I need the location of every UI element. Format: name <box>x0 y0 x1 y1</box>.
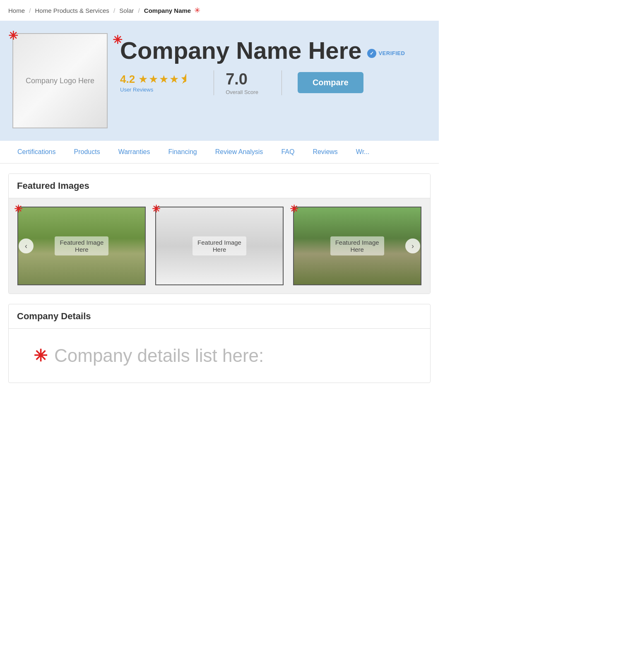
divider-2 <box>282 70 282 95</box>
divider-1 <box>214 70 214 95</box>
company-logo-placeholder: Company Logo Here <box>26 75 94 87</box>
star-2: ★ <box>149 73 158 86</box>
featured-image-3[interactable]: Featured ImageHere <box>293 207 421 285</box>
score-label: Overall Score <box>226 89 258 95</box>
breadcrumb-asterisk-icon: ✳ <box>194 6 200 14</box>
featured-image-1[interactable]: Featured ImageHere <box>17 207 146 285</box>
image-2-asterisk-icon: ✳ <box>152 203 160 215</box>
tab-financing[interactable]: Financing <box>159 141 206 163</box>
breadcrumb-home[interactable]: Home <box>8 7 25 14</box>
verified-check-icon: ✓ <box>367 49 376 58</box>
breadcrumb-sep-3: / <box>138 7 140 14</box>
featured-images-header: Featured Images <box>9 174 430 198</box>
tab-certifications[interactable]: Certifications <box>8 141 65 163</box>
featured-images-title: Featured Images <box>17 181 89 191</box>
company-details-body: ✳ Company details list here: <box>9 329 430 383</box>
image-1-asterisk-icon: ✳ <box>14 203 22 215</box>
score-section: 7.0 Overall Score <box>226 70 270 95</box>
star-half: ⯨ <box>180 73 190 86</box>
featured-images-section: Featured Images ‹ ✳ Featured ImageHere ✳… <box>8 173 431 294</box>
logo-asterisk-icon: ✳ <box>8 29 18 43</box>
tab-more[interactable]: Wr... <box>347 141 379 163</box>
stars: ★ ★ ★ ★ ⯨ <box>138 73 190 86</box>
featured-image-3-label: Featured ImageHere <box>330 236 384 255</box>
details-asterisk-icon: ✳ <box>34 347 48 364</box>
company-details-section: Company Details ✳ Company details list h… <box>8 304 431 383</box>
tab-products[interactable]: Products <box>65 141 109 163</box>
featured-image-2-label: Featured ImageHere <box>192 236 246 255</box>
carousel-next-button[interactable]: › <box>405 238 420 253</box>
breadcrumb-sep-2: / <box>113 7 115 14</box>
images-row: ✳ Featured ImageHere ✳ Featured ImageHer… <box>17 207 422 285</box>
rating-section: 4.2 ★ ★ ★ ★ ⯨ User Reviews <box>120 73 202 93</box>
logo-wrapper: ✳ Company Logo Here <box>12 33 108 128</box>
carousel-prev-button[interactable]: ‹ <box>19 238 34 253</box>
rating-label[interactable]: User Reviews <box>120 87 153 93</box>
images-area: ‹ ✳ Featured ImageHere ✳ Featured ImageH… <box>9 198 430 294</box>
tab-warranties[interactable]: Warranties <box>109 141 159 163</box>
featured-image-wrapper-1: ✳ Featured ImageHere <box>17 207 146 285</box>
featured-image-1-label: Featured ImageHere <box>55 236 108 255</box>
tab-review-analysis[interactable]: Review Analysis <box>206 141 272 163</box>
rating-row: 4.2 ★ ★ ★ ★ ⯨ User Reviews 7.0 Overall S… <box>120 70 426 95</box>
rating-top: 4.2 ★ ★ ★ ★ ⯨ <box>120 73 190 86</box>
breadcrumb-hps[interactable]: Home Products & Services <box>35 7 109 14</box>
company-details-placeholder: Company details list here: <box>54 345 264 366</box>
company-details-header: Company Details <box>9 304 430 329</box>
star-1: ★ <box>138 73 148 86</box>
breadcrumb: Home / Home Products & Services / Solar … <box>0 0 439 21</box>
company-details-title: Company Details <box>17 311 91 321</box>
company-info: ✳ Company Name Here ✓ VERIFIED 4.2 ★ ★ ★… <box>120 33 426 95</box>
star-4: ★ <box>169 73 179 86</box>
star-3: ★ <box>159 73 168 86</box>
featured-image-2[interactable]: Featured ImageHere <box>155 207 284 285</box>
compare-button[interactable]: Compare <box>298 72 363 93</box>
verified-badge: ✓ VERIFIED <box>367 49 405 58</box>
company-logo: Company Logo Here <box>12 33 108 128</box>
featured-image-wrapper-2: ✳ Featured ImageHere <box>155 207 284 285</box>
tab-reviews[interactable]: Reviews <box>303 141 346 163</box>
company-header: ✳ Company Logo Here ✳ Company Name Here … <box>0 21 439 141</box>
breadcrumb-sep-1: / <box>29 7 31 14</box>
tab-faq[interactable]: FAQ <box>272 141 303 163</box>
name-asterisk-icon: ✳ <box>113 33 122 47</box>
breadcrumb-solar[interactable]: Solar <box>119 7 134 14</box>
rating-number: 4.2 <box>120 73 135 86</box>
company-name: Company Name Here <box>120 37 361 64</box>
company-name-row: Company Name Here ✓ VERIFIED <box>120 37 426 64</box>
breadcrumb-current: Company Name <box>144 7 191 14</box>
image-3-asterisk-icon: ✳ <box>290 203 298 215</box>
featured-image-wrapper-3: ✳ Featured ImageHere <box>293 207 421 285</box>
verified-label: VERIFIED <box>378 50 405 56</box>
nav-tabs: Certifications Products Warranties Finan… <box>0 141 439 164</box>
score-number: 7.0 <box>226 70 248 88</box>
